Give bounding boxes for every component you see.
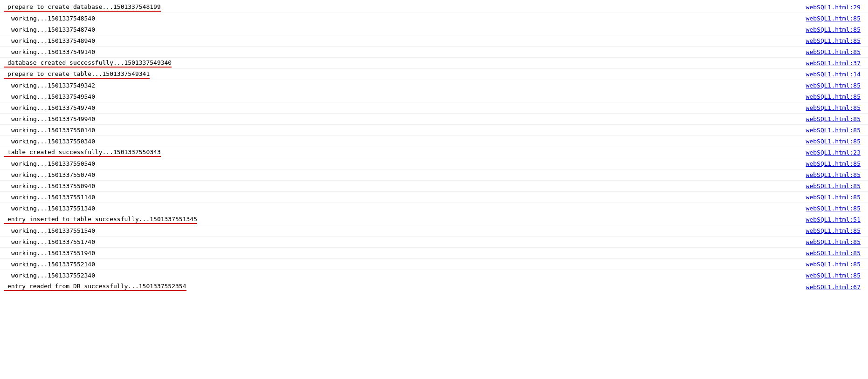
- console-row: working...1501337551140webSQL1.html:85: [0, 192, 868, 203]
- log-message-highlighted: table created successfully...15013375503…: [4, 149, 161, 157]
- console-row: working...1501337552340webSQL1.html:85: [0, 270, 868, 281]
- log-message: working...1501337549540: [0, 93, 806, 100]
- source-link[interactable]: webSQL1.html:85: [806, 261, 864, 268]
- console-row: working...1501337548540webSQL1.html:85: [0, 13, 868, 24]
- log-message: working...1501337550940: [0, 183, 806, 190]
- log-message: working...1501337548740: [0, 26, 806, 33]
- console-row: prepare to create table...1501337549341w…: [0, 69, 868, 80]
- log-message-wrapper: database created successfully...15013375…: [0, 59, 806, 68]
- source-link[interactable]: webSQL1.html:51: [806, 216, 864, 223]
- log-message: working...1501337551540: [0, 227, 806, 234]
- log-message: working...1501337551940: [0, 250, 806, 257]
- console-row: working...1501337548940webSQL1.html:85: [0, 35, 868, 47]
- log-message: working...1501337552340: [0, 272, 806, 279]
- console-row: working...1501337549940webSQL1.html:85: [0, 114, 868, 125]
- source-link[interactable]: webSQL1.html:85: [806, 127, 864, 134]
- log-message: working...1501337549940: [0, 115, 806, 122]
- source-link[interactable]: webSQL1.html:85: [806, 227, 864, 234]
- console-row: working...1501337549140webSQL1.html:85: [0, 47, 868, 58]
- source-link[interactable]: webSQL1.html:67: [806, 284, 864, 291]
- console-row: working...1501337549342webSQL1.html:85: [0, 80, 868, 91]
- log-message: working...1501337551740: [0, 238, 806, 245]
- log-message-highlighted: prepare to create database...15013375481…: [4, 3, 161, 12]
- log-message-wrapper: entry inserted to table successfully...1…: [0, 216, 806, 224]
- source-link[interactable]: webSQL1.html:85: [806, 138, 864, 145]
- log-message: working...1501337549140: [0, 48, 806, 55]
- log-message-wrapper: prepare to create database...15013375481…: [0, 3, 806, 12]
- source-link[interactable]: webSQL1.html:85: [806, 104, 864, 111]
- log-message: working...1501337550740: [0, 171, 806, 178]
- source-link[interactable]: webSQL1.html:37: [806, 60, 864, 67]
- log-message: working...1501337550540: [0, 160, 806, 167]
- log-message: working...1501337549740: [0, 104, 806, 111]
- console-row: working...1501337552140webSQL1.html:85: [0, 259, 868, 270]
- log-message: working...1501337551340: [0, 205, 806, 212]
- log-message-wrapper: entry readed from DB successfully...1501…: [0, 283, 806, 291]
- log-message-highlighted: database created successfully...15013375…: [4, 59, 172, 68]
- console-container: prepare to create database...15013375481…: [0, 0, 868, 379]
- log-message: working...1501337551140: [0, 194, 806, 201]
- source-link[interactable]: webSQL1.html:85: [806, 15, 864, 22]
- source-link[interactable]: webSQL1.html:85: [806, 115, 864, 122]
- source-link[interactable]: webSQL1.html:85: [806, 82, 864, 89]
- source-link[interactable]: webSQL1.html:85: [806, 160, 864, 167]
- log-message-highlighted: entry readed from DB successfully...1501…: [4, 283, 186, 291]
- source-link[interactable]: webSQL1.html:85: [806, 238, 864, 245]
- log-message-highlighted: entry inserted to table successfully...1…: [4, 216, 197, 224]
- source-link[interactable]: webSQL1.html:85: [806, 194, 864, 201]
- log-message-highlighted: prepare to create table...1501337549341: [4, 70, 150, 79]
- console-row: working...1501337550140webSQL1.html:85: [0, 125, 868, 136]
- source-link[interactable]: webSQL1.html:85: [806, 272, 864, 279]
- source-link[interactable]: webSQL1.html:85: [806, 26, 864, 33]
- source-link[interactable]: webSQL1.html:14: [806, 71, 864, 78]
- source-link[interactable]: webSQL1.html:85: [806, 48, 864, 55]
- log-message: working...1501337548940: [0, 37, 806, 44]
- source-link[interactable]: webSQL1.html:85: [806, 205, 864, 212]
- log-message: working...1501337550340: [0, 138, 806, 145]
- console-row: working...1501337549540webSQL1.html:85: [0, 91, 868, 102]
- log-message: working...1501337549342: [0, 82, 806, 89]
- console-row: working...1501337548740webSQL1.html:85: [0, 24, 868, 35]
- console-row: table created successfully...15013375503…: [0, 147, 868, 158]
- console-row: prepare to create database...15013375481…: [0, 2, 868, 13]
- source-link[interactable]: webSQL1.html:29: [806, 4, 864, 11]
- console-row: working...1501337549740webSQL1.html:85: [0, 102, 868, 114]
- source-link[interactable]: webSQL1.html:85: [806, 37, 864, 44]
- console-row: entry inserted to table successfully...1…: [0, 214, 868, 225]
- console-row: working...1501337551540webSQL1.html:85: [0, 225, 868, 237]
- source-link[interactable]: webSQL1.html:85: [806, 250, 864, 257]
- console-row: working...1501337551940webSQL1.html:85: [0, 248, 868, 259]
- log-message-wrapper: prepare to create table...1501337549341: [0, 70, 806, 79]
- console-row: working...1501337551340webSQL1.html:85: [0, 203, 868, 214]
- console-row: working...1501337550540webSQL1.html:85: [0, 158, 868, 169]
- console-row: entry readed from DB successfully...1501…: [0, 281, 868, 292]
- source-link[interactable]: webSQL1.html:85: [806, 171, 864, 178]
- source-link[interactable]: webSQL1.html:85: [806, 183, 864, 190]
- log-message: working...1501337550140: [0, 127, 806, 134]
- log-message-wrapper: table created successfully...15013375503…: [0, 149, 806, 157]
- console-row: database created successfully...15013375…: [0, 58, 868, 69]
- console-row: working...1501337551740webSQL1.html:85: [0, 237, 868, 248]
- source-link[interactable]: webSQL1.html:23: [806, 149, 864, 156]
- log-message: working...1501337552140: [0, 261, 806, 268]
- console-row: working...1501337550940webSQL1.html:85: [0, 181, 868, 192]
- log-message: working...1501337548540: [0, 15, 806, 22]
- console-row: working...1501337550340webSQL1.html:85: [0, 136, 868, 147]
- console-row: working...1501337550740webSQL1.html:85: [0, 169, 868, 181]
- source-link[interactable]: webSQL1.html:85: [806, 93, 864, 100]
